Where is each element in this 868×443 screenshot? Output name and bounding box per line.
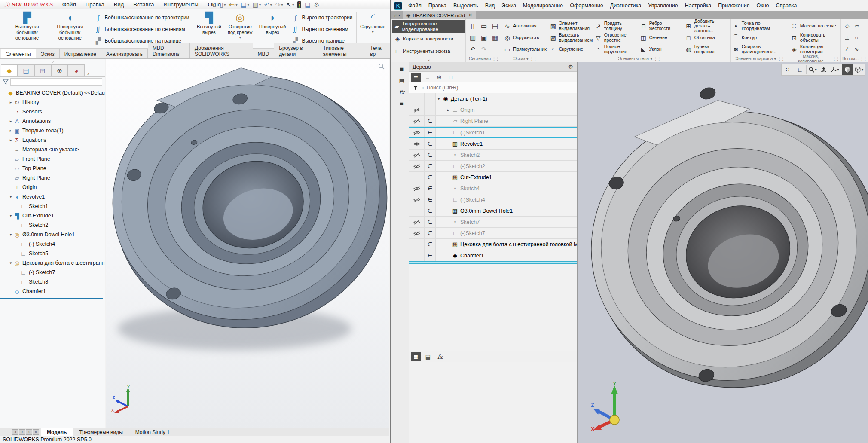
section-options-icon[interactable]: ⋮⋮: [530, 57, 537, 61]
ribbon-button[interactable]: ◫Сечение: [640, 32, 684, 43]
menu-item[interactable]: Эскиз: [498, 1, 519, 10]
tree-item[interactable]: ∈•Sketch2: [409, 150, 577, 161]
undo-icon[interactable]: ↶▾: [263, 0, 273, 9]
menu-item[interactable]: Файл: [405, 1, 425, 10]
menu-item[interactable]: Окно: [753, 1, 772, 10]
eye-slash-icon[interactable]: [409, 228, 425, 238]
command-tab[interactable]: Добавления SOLIDWORKS: [190, 43, 253, 58]
preview-icon[interactable]: ▣: [481, 34, 487, 42]
redo-icon[interactable]: ↷▾: [274, 0, 284, 9]
command-tab[interactable]: Тела вр: [365, 43, 390, 58]
parameters-panel-icon[interactable]: ▤: [397, 75, 407, 86]
tree-item[interactable]: ∟Sketch8: [0, 277, 105, 287]
ribbon-button[interactable]: ▨Вырезать выдавливанием: [550, 32, 594, 43]
ribbon-stack-button[interactable]: ∬Бобышка/основание по сечениям: [94, 24, 189, 34]
workset-mode-button[interactable]: ◈Каркас и поверхности: [392, 33, 465, 45]
command-tab[interactable]: Элементы: [1, 49, 36, 58]
expander-expanded-icon[interactable]: ▾: [8, 195, 13, 199]
ribbon-button[interactable]: ◜Скругление▾: [357, 10, 388, 48]
select-cursor-icon[interactable]: ↖▾: [285, 0, 295, 9]
expander-collapsed-icon[interactable]: ▸: [8, 128, 13, 133]
tree-item[interactable]: ▱Front Plane: [0, 154, 105, 164]
sketch-mode-icon[interactable]: ∟: [795, 64, 805, 75]
ribbon-stack-button[interactable]: ∫Бобышка/основание по траектории: [94, 12, 189, 23]
menu-item[interactable]: Диагностика: [607, 1, 645, 10]
parameters-panel-icon[interactable]: ▤: [423, 352, 433, 361]
ribbon-button[interactable]: ↗Придать толщину: [595, 20, 639, 32]
selection-frame-icon[interactable]: □: [446, 73, 456, 82]
ribbon-button[interactable]: ⊓Ребро жесткости: [640, 20, 684, 32]
fm-tab[interactable]: ⊞: [34, 64, 51, 76]
spline-icon[interactable]: ∿: [854, 46, 859, 52]
tree-item[interactable]: ∈▱Right Plane: [409, 116, 577, 127]
ribbon-button[interactable]: ◈Коллекция геометрии: [791, 43, 839, 55]
save-icon[interactable]: ▤▾: [239, 0, 250, 9]
tree-item[interactable]: ∈▥Revolve1: [409, 138, 577, 150]
shaded-display-icon[interactable]: [842, 64, 853, 75]
collapse-chevron-icon[interactable]: ⌄: [392, 58, 465, 62]
section-options-icon[interactable]: ⋮⋮: [492, 57, 499, 61]
section-options-icon[interactable]: ⋮⋮: [777, 57, 784, 61]
tree-search-input[interactable]: [427, 85, 574, 91]
new-document-icon[interactable]: ▯: [471, 22, 474, 30]
variables-fx-icon[interactable]: fx: [435, 352, 445, 361]
ribbon-button[interactable]: ◜Скругление: [550, 43, 594, 55]
eye-slash-icon[interactable]: [409, 104, 425, 115]
ribbon-button[interactable]: ⌒Контур: [732, 32, 788, 43]
gear-icon[interactable]: ⚙: [568, 64, 573, 70]
save-icon[interactable]: ▤: [492, 22, 498, 30]
command-tab[interactable]: MBD Dimensions: [148, 43, 190, 58]
eye-slash-icon[interactable]: [409, 128, 425, 137]
expander-collapsed-icon[interactable]: ▸: [8, 100, 13, 104]
eye-icon[interactable]: [409, 138, 425, 149]
command-tab[interactable]: Анализировать: [101, 49, 148, 58]
menu-item[interactable]: Настройка: [682, 1, 715, 10]
control-point-icon[interactable]: ○: [855, 34, 858, 41]
tree-item[interactable]: ▸⊥Origin: [409, 104, 577, 116]
open-document-icon[interactable]: ▭▾: [228, 0, 238, 9]
eye-slash-icon[interactable]: [409, 116, 425, 126]
construction-plane-icon[interactable]: ▱: [854, 23, 859, 29]
local-cs-icon[interactable]: ⊥: [844, 34, 849, 41]
expander-collapsed-icon[interactable]: ▸: [8, 119, 13, 123]
ribbon-button[interactable]: ◍Булева операция: [685, 43, 729, 55]
expander-expanded-icon[interactable]: ▾: [8, 232, 13, 237]
tree-item[interactable]: ∟Sketch2: [0, 220, 105, 230]
first-tab-icon[interactable]: «: [12, 429, 18, 435]
tree-item[interactable]: ∈▨Cut-Extrude1: [409, 172, 577, 183]
fm-tab[interactable]: ▤: [18, 64, 34, 76]
variables-fx-icon[interactable]: fx: [397, 87, 407, 97]
panel-grip-handle[interactable]: [47, 61, 58, 62]
fm-tab[interactable]: ⊕: [51, 64, 68, 76]
ribbon-button[interactable]: ∿Автолиния: [504, 20, 547, 32]
ribbon-button[interactable]: ◗Повернутый вырез: [256, 10, 289, 48]
save-as-icon[interactable]: ▦: [492, 34, 498, 42]
study-tab[interactable]: Трехмерные виды: [73, 428, 129, 436]
tree-item[interactable]: ∈•Sketch4: [409, 183, 577, 194]
section-options-icon[interactable]: ⋮⋮: [860, 57, 867, 61]
ribbon-button[interactable]: ⊡Копировать объекты: [791, 32, 839, 43]
eye-slash-icon[interactable]: [409, 217, 425, 227]
viewport-search-icon[interactable]: [378, 63, 385, 70]
menu-item[interactable]: Приложения: [715, 1, 753, 10]
command-tab[interactable]: Броузер в детали: [274, 43, 318, 58]
expander-expanded-icon[interactable]: ▾: [8, 214, 13, 218]
command-tab[interactable]: MBD: [253, 49, 275, 58]
workset-mode-button[interactable]: ∟Инструменты эскиза: [392, 45, 465, 58]
ribbon-button[interactable]: ▭Прямоугольник: [504, 43, 547, 55]
rollback-bar[interactable]: [0, 298, 103, 299]
tree-sequence-icon[interactable]: ≡: [422, 73, 433, 82]
expander-collapsed-icon[interactable]: ▸: [445, 108, 451, 112]
tree-panel-icon[interactable]: ≣: [397, 64, 407, 74]
relations-icon[interactable]: ⊛: [434, 73, 444, 82]
eye-slash-icon[interactable]: [409, 183, 425, 194]
tree-item[interactable]: ▾◉Деталь (Тел-1): [409, 93, 577, 104]
ribbon-stack-button[interactable]: ∬Вырез по сечениям: [291, 24, 352, 34]
open-document-icon[interactable]: ▭: [481, 22, 487, 30]
orient-icon[interactable]: [819, 64, 829, 75]
ribbon-stack-button[interactable]: ∫Вырез по траектории: [291, 12, 352, 23]
command-tab[interactable]: Эскиз: [36, 49, 60, 58]
print-icon[interactable]: ▥: [470, 34, 476, 42]
tree-item[interactable]: ◆BEARING COVER (Default) <<Default>_D: [0, 88, 105, 98]
conic-icon[interactable]: ∕: [847, 46, 847, 52]
